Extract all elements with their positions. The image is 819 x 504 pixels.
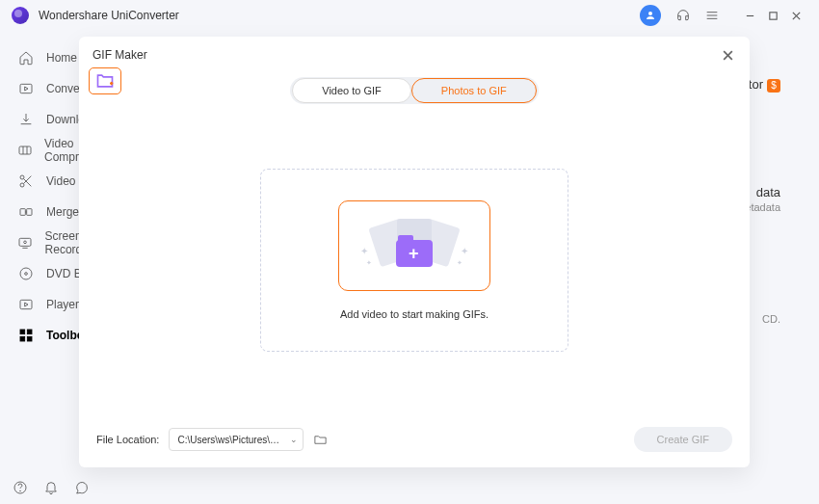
svg-point-24 xyxy=(25,273,28,276)
bg-peek-text: tor$ xyxy=(749,77,780,93)
scissors-icon xyxy=(17,172,35,190)
close-button[interactable] xyxy=(784,4,807,27)
app-logo-icon xyxy=(12,7,29,24)
download-icon xyxy=(17,111,35,128)
svg-rect-29 xyxy=(20,336,25,341)
svg-rect-18 xyxy=(27,209,32,216)
svg-rect-10 xyxy=(19,146,31,154)
close-icon xyxy=(722,49,734,62)
mode-tabs: Video to GIF Photos to GIF xyxy=(79,77,750,104)
file-location-label: File Location: xyxy=(96,434,159,445)
maximize-button[interactable] xyxy=(761,4,784,27)
headset-icon xyxy=(675,8,691,23)
browse-folder-button[interactable] xyxy=(311,431,329,448)
chat-icon xyxy=(74,480,90,495)
merger-icon xyxy=(17,203,35,221)
tab-photos-to-gif[interactable]: Photos to GIF xyxy=(411,78,537,103)
converter-icon xyxy=(17,80,35,97)
bell-icon xyxy=(43,480,59,495)
svg-rect-27 xyxy=(20,330,25,334)
folder-icon xyxy=(313,433,328,447)
svg-point-14 xyxy=(20,183,24,187)
maximize-icon xyxy=(768,11,779,21)
sidebar-item-label: Player xyxy=(46,298,79,311)
compressor-icon xyxy=(17,142,33,159)
minimize-icon xyxy=(745,11,755,21)
titlebar: Wondershare UniConverter xyxy=(0,0,819,31)
modal-title: GIF Maker xyxy=(92,48,147,62)
svg-point-23 xyxy=(20,268,32,279)
modal-footer: File Location: ⌄ Create GIF xyxy=(79,415,750,467)
user-icon xyxy=(645,10,656,21)
svg-rect-17 xyxy=(20,209,25,216)
bg-peek-text: CD. xyxy=(762,313,780,325)
tab-video-to-gif[interactable]: Video to GIF xyxy=(292,78,411,103)
svg-point-0 xyxy=(648,12,652,15)
help-icon xyxy=(13,480,28,495)
svg-rect-8 xyxy=(20,84,32,93)
dropzone[interactable]: + ✦ ✦ ✦ ✦ Add video to start making GIFs… xyxy=(79,104,750,415)
svg-rect-30 xyxy=(27,336,32,341)
drop-target[interactable]: + ✦ ✦ ✦ ✦ xyxy=(338,200,490,291)
create-gif-button[interactable]: Create GIF xyxy=(634,427,732,452)
app-title: Wondershare UniConverter xyxy=(39,9,179,22)
sidebar-item-label: Home xyxy=(46,51,77,65)
minimize-button[interactable] xyxy=(738,4,761,27)
modal-header: GIF Maker xyxy=(79,37,750,67)
modal-close-button[interactable] xyxy=(719,46,736,64)
gif-maker-modal: GIF Maker Video to GIF Photos to GIF + xyxy=(79,37,750,467)
svg-rect-20 xyxy=(19,238,31,246)
svg-point-32 xyxy=(20,491,21,491)
home-icon xyxy=(17,49,35,66)
svg-rect-5 xyxy=(769,12,776,18)
files-illustration-icon: + ✦ ✦ ✦ ✦ xyxy=(366,217,462,275)
bottom-icons xyxy=(12,479,91,496)
svg-rect-25 xyxy=(20,300,32,308)
svg-marker-26 xyxy=(25,303,28,306)
svg-point-21 xyxy=(24,241,27,244)
disc-icon xyxy=(17,265,35,282)
drop-hint: Add video to start making GIFs. xyxy=(340,308,489,320)
svg-marker-9 xyxy=(25,87,28,91)
play-icon xyxy=(17,296,35,313)
add-file-icon xyxy=(95,72,115,90)
svg-point-13 xyxy=(20,175,24,179)
user-account-button[interactable] xyxy=(640,5,661,26)
support-button[interactable] xyxy=(674,7,692,24)
feedback-button[interactable] xyxy=(73,479,91,496)
toolbox-icon xyxy=(17,327,35,344)
menu-button[interactable] xyxy=(703,7,721,24)
recorder-icon xyxy=(17,234,34,252)
notifications-button[interactable] xyxy=(42,479,60,496)
sidebar-item-label: Merger xyxy=(46,205,83,219)
hamburger-icon xyxy=(704,8,720,23)
close-icon xyxy=(791,11,802,21)
bg-peek-text: dataetadata xyxy=(745,185,780,213)
add-file-button[interactable] xyxy=(89,67,121,94)
help-button[interactable] xyxy=(12,479,29,496)
file-location-input[interactable] xyxy=(169,428,304,451)
svg-rect-28 xyxy=(27,330,32,334)
